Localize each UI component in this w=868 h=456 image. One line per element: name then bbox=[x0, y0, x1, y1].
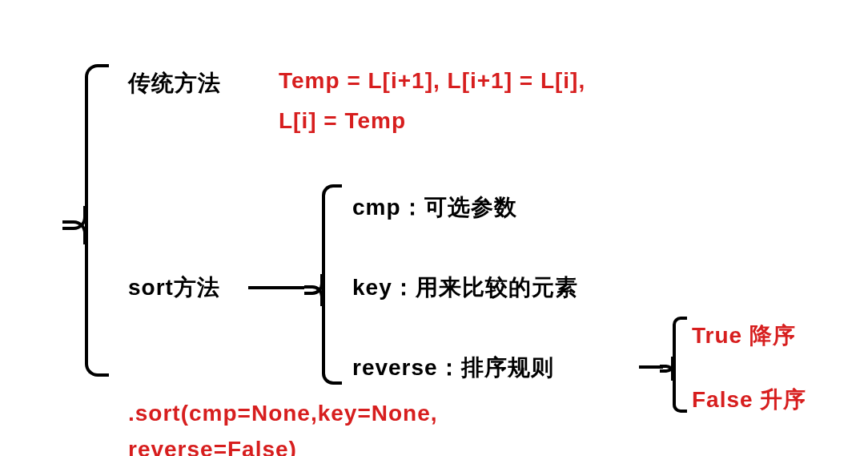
traditional-method-code-line2: L[i] = Temp bbox=[279, 108, 406, 134]
connector-line bbox=[248, 286, 304, 289]
sort-call-line2: reverse=False) bbox=[128, 437, 297, 456]
param-key: key：用来比较的元素 bbox=[352, 272, 578, 303]
traditional-method-label: 传统方法 bbox=[128, 68, 221, 99]
reverse-true: True 降序 bbox=[692, 321, 796, 351]
brace-small bbox=[660, 317, 689, 413]
brace-outer bbox=[62, 64, 111, 377]
reverse-false: False 升序 bbox=[692, 385, 806, 415]
connector-line-reverse bbox=[639, 365, 663, 369]
sort-call-line1: .sort(cmp=None,key=None, bbox=[128, 401, 438, 426]
traditional-method-code-line1: Temp = L[i+1], L[i+1] = L[i], bbox=[279, 68, 585, 94]
param-reverse: reverse：排序规则 bbox=[352, 353, 554, 383]
param-cmp: cmp：可选参数 bbox=[352, 192, 517, 223]
sort-method-label: sort方法 bbox=[128, 272, 220, 303]
brace-middle bbox=[304, 184, 344, 385]
